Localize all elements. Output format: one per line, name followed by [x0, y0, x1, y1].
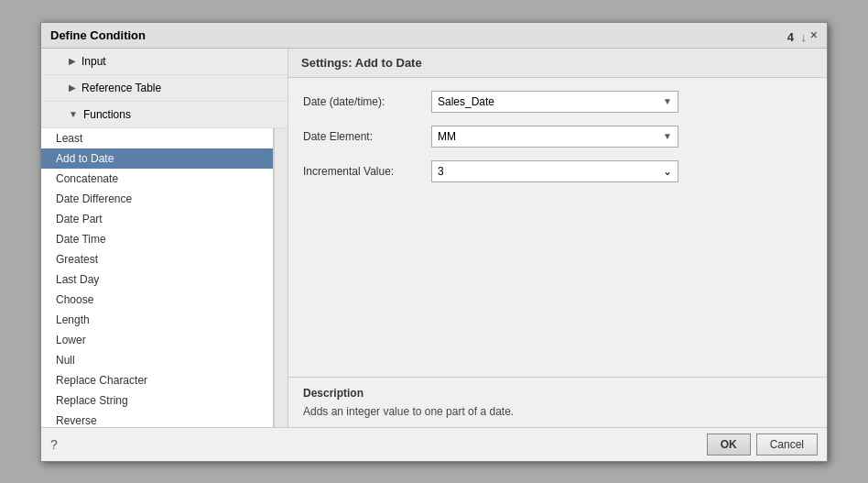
dropdown-arrow-1: ▼	[663, 131, 672, 141]
functions-list-item[interactable]: Null	[41, 350, 273, 370]
description-section: Description Adds an integer value to one…	[288, 377, 827, 427]
input-section[interactable]: ▶ Input	[41, 49, 288, 75]
close-button[interactable]: ×	[810, 28, 818, 41]
functions-list-item[interactable]: Replace String	[41, 390, 273, 411]
functions-label: Functions	[83, 108, 131, 121]
input-expand-icon: ▶	[69, 56, 76, 66]
input-arrow-2: ⌄	[663, 165, 672, 178]
cancel-button[interactable]: Cancel	[756, 434, 818, 456]
dialog-titlebar: Define Condition ×	[41, 23, 827, 49]
dialog-body: 1 2 3 ▶ Input ▶ Reference Table ▼ Functi…	[41, 49, 827, 427]
input-value-2: 3	[438, 165, 444, 178]
reference-table-section[interactable]: ▶ Reference Table	[41, 75, 288, 102]
fields-container: Date (date/time):Sales_Date▼Date Element…	[303, 91, 812, 182]
form-row-2: Incremental Value:3⌄	[303, 160, 812, 182]
functions-list-item[interactable]: Concatenate	[41, 169, 273, 189]
functions-list-item[interactable]: Choose	[41, 290, 273, 310]
reference-table-label: Reference Table	[81, 82, 161, 94]
functions-list-item[interactable]: Greatest	[41, 249, 273, 269]
form-label-2: Incremental Value:	[303, 165, 431, 178]
dropdown-value-1: MM	[438, 130, 456, 143]
form-row-1: Date Element:MM▼	[303, 126, 812, 148]
dropdown-arrow-0: ▼	[663, 96, 672, 106]
left-panel: 1 2 3 ▶ Input ▶ Reference Table ▼ Functi…	[41, 49, 288, 427]
right-panel: Settings: Add to Date Date (date/time):S…	[288, 49, 827, 427]
ok-button[interactable]: OK	[707, 434, 751, 456]
annotation-4: 4	[787, 30, 794, 44]
functions-list: LeastAdd to DateConcatenateDate Differen…	[41, 128, 274, 427]
form-label-0: Date (date/time):	[303, 95, 431, 108]
functions-list-item[interactable]: Lower	[41, 330, 273, 350]
description-title: Description	[303, 387, 812, 400]
footer-buttons: OK Cancel	[707, 434, 818, 456]
functions-list-item[interactable]: Replace Character	[41, 370, 273, 390]
functions-list-wrap: LeastAdd to DateConcatenateDate Differen…	[41, 128, 288, 427]
functions-section: ▼ Functions LeastAdd to DateConcatenateD…	[41, 102, 288, 427]
form-row-0: Date (date/time):Sales_Date▼	[303, 91, 812, 113]
annotation-4-arrow: ↓	[801, 30, 808, 44]
functions-header[interactable]: ▼ Functions	[41, 102, 288, 128]
functions-list-item[interactable]: Length	[41, 310, 273, 330]
functions-list-item[interactable]: Date Difference	[41, 189, 273, 209]
form-label-1: Date Element:	[303, 130, 431, 143]
form-control-0: Sales_Date▼	[431, 91, 812, 113]
dropdown-1[interactable]: MM▼	[431, 126, 678, 148]
settings-body: Date (date/time):Sales_Date▼Date Element…	[288, 78, 827, 377]
description-text: Adds an integer value to one part of a d…	[303, 405, 812, 418]
functions-list-item[interactable]: Add to Date	[41, 148, 273, 169]
reference-table-expand-icon: ▶	[69, 82, 76, 93]
functions-list-item[interactable]: Reverse	[41, 411, 273, 427]
help-icon[interactable]: ?	[50, 437, 58, 452]
form-control-2: 3⌄	[431, 160, 812, 182]
input-label: Input	[81, 55, 106, 68]
functions-list-item[interactable]: Date Time	[41, 229, 273, 249]
functions-expand-icon: ▼	[69, 109, 78, 119]
form-control-1: MM▼	[431, 126, 812, 148]
define-condition-dialog: 4 ↓ Define Condition × 1 2 3 ▶ Input ▶ R…	[40, 22, 828, 462]
dialog-footer: ? OK Cancel	[41, 427, 827, 461]
input-box-2[interactable]: 3⌄	[431, 160, 678, 182]
functions-list-item[interactable]: Least	[41, 128, 273, 148]
functions-list-item[interactable]: Date Part	[41, 209, 273, 229]
functions-list-item[interactable]: Last Day	[41, 269, 273, 290]
dropdown-0[interactable]: Sales_Date▼	[431, 91, 678, 113]
dialog-title: Define Condition	[50, 28, 146, 42]
dropdown-value-0: Sales_Date	[438, 95, 494, 108]
settings-header: Settings: Add to Date	[288, 49, 827, 78]
scrollbar[interactable]	[274, 128, 288, 427]
